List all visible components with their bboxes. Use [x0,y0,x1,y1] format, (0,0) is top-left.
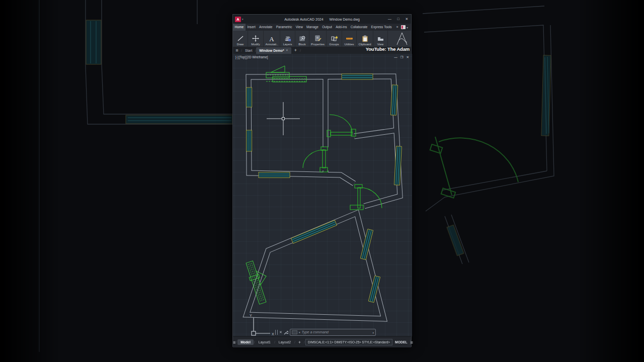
ribbon-panel-annotation[interactable]: A Annotati.. [264,31,280,47]
ribbon-tab-manage[interactable]: Manage [305,24,320,31]
ribbon-tab-insert[interactable]: Insert [246,24,258,31]
channel-watermark: YouTube: The Adam [366,46,410,52]
floor-plan-drawing: Y X [233,54,412,336]
selected-window-lower-left [245,258,274,305]
line-icon [237,35,244,42]
viewport-minimize-icon[interactable]: — [394,55,397,59]
command-bar-close-icon[interactable]: ✕ [279,330,282,334]
ribbon-tab-addins[interactable]: Add-ins [334,24,349,31]
tab-separator: / [294,340,295,344]
panel-label: Block [298,42,305,46]
command-options-caret-icon[interactable]: ▾ [299,331,300,334]
document-name: Window Demo.dwg [330,18,360,21]
ruler-icon [346,35,353,42]
autocad-a-logo-icon [394,31,411,47]
ucs-x-label: X [272,332,274,336]
tab-separator: / [300,47,301,54]
file-tab-start[interactable]: Start [242,47,255,54]
properties-icon [314,35,321,42]
view-icon [377,35,384,42]
tab-separator: / [254,340,255,344]
svg-text:A: A [269,35,274,42]
move-icon [252,35,259,42]
file-tab-label: Start [245,47,252,54]
ribbon-panel-properties[interactable]: Properties [309,31,327,47]
ribbon-tab-home[interactable]: Home [233,24,246,31]
model-tab[interactable]: Model [237,339,254,345]
status-bar: ≡ / Model / Layout1 / Layout2 / + / DIMS… [233,336,411,347]
crosshair-cursor [267,102,300,135]
autocad-window: A ▾ Autodesk AutoCAD 2024 Window Demo.dw… [232,14,412,347]
layout2-tab[interactable]: Layout2 [276,339,294,345]
workspace-icon[interactable] [401,25,406,29]
panel-label: Clipboard [358,42,371,46]
panel-label: Utilities [345,42,354,46]
viewport-controls: [-][Top][2D Wireframe] [235,55,269,59]
ucs-icon [252,318,270,335]
layers-icon [284,35,291,42]
block-icon [299,35,306,42]
text-a-icon: A [268,35,275,42]
command-history-caret-icon[interactable]: ▴ [372,331,374,334]
viewport-menu-control[interactable]: [-] [235,55,238,59]
panel-label: Draw [237,42,244,46]
title-bar: A ▾ Autodesk AutoCAD 2024 Window Demo.dw… [233,15,411,24]
command-placeholder: Type a command [301,330,371,334]
viewport-visual-style-control[interactable]: [2D Wireframe] [247,55,268,59]
viewport-restore-icon[interactable]: ❐ [400,55,404,59]
ribbon-panel-draw[interactable]: Draw [233,31,248,47]
viewport-view-control[interactable]: [Top] [239,55,246,59]
tab-separator: / [236,340,237,344]
ribbon-overflow-button[interactable]: » [394,24,400,31]
customization-menu-icon[interactable]: ≡ [410,340,413,345]
panel-label: Properties [311,42,325,46]
file-tab-label: Window Demo* [259,47,284,54]
ribbon-tab-view[interactable]: View [294,24,304,31]
ribbon-tab-express-tools[interactable]: Express Tools [369,24,393,31]
panel-label: Layers [283,42,292,46]
ribbon-panel-clipboard[interactable]: Clipboard [357,31,373,47]
file-tab-menu-icon[interactable]: ≡ [233,47,241,54]
command-bar-grip[interactable] [275,330,278,335]
ribbon-tab-bar: Home Insert Annotate Parametric View Man… [233,24,411,31]
ribbon-panel-utilities[interactable]: Utilities [342,31,357,47]
ribbon-tab-collaborate[interactable]: Collaborate [349,24,369,31]
ribbon-tab-annotate[interactable]: Annotate [257,24,274,31]
new-layout-button[interactable]: + [296,340,303,345]
window-title: Autodesk AutoCAD 2024 Window Demo.dwg [233,18,411,21]
model-space-toggle[interactable]: MODEL [392,339,410,345]
ribbon-panel-groups[interactable]: Groups [327,31,342,47]
status-menu-icon[interactable]: ≡ [233,340,235,345]
viewport-close-icon[interactable]: ✕ [407,55,409,59]
command-line-bar[interactable]: ✕ ▾ Type a command ▴ [275,328,376,336]
plan-doors [303,115,382,210]
layout1-tab[interactable]: Layout1 [256,339,274,345]
file-tab-close-icon[interactable]: ✕ [286,47,288,54]
panel-label: Groups [329,42,339,46]
groups-icon [331,35,338,42]
clipboard-icon [362,35,368,42]
command-prompt-icon [292,330,297,334]
panel-label: Annotati.. [266,42,278,46]
ribbon-tab-output[interactable]: Output [320,24,334,31]
ribbon-panel-row: Draw Modify A Annotati.. Layers [233,31,411,47]
panel-label: Modify [251,42,260,46]
tab-separator: / [304,340,305,344]
ribbon-panel-modify[interactable]: Modify [248,31,264,47]
customize-wrench-icon[interactable] [284,328,288,337]
video-frame: A ▾ Autodesk AutoCAD 2024 Window Demo.dw… [0,0,644,362]
ribbon-tab-parametric[interactable]: Parametric [274,24,294,31]
tab-separator: / [274,340,275,344]
ribbon-panel-layers[interactable]: Layers [280,31,295,47]
ribbon-panel-view[interactable]: View [373,31,388,47]
product-name: Autodesk AutoCAD 2024 [284,18,323,21]
ribbon-options-caret-icon[interactable]: ▾ [407,26,408,29]
command-input[interactable]: ▾ Type a command ▴ [290,329,376,336]
ribbon-panel-block[interactable]: Block [295,31,309,47]
panel-label: View [377,42,384,46]
annotation-scale-settings[interactable]: DIMSCALE:<1:1> DIMSTY:<ISO-25> STYLE:<St… [305,339,392,345]
ucs-y-label: Y [250,314,252,317]
drawing-canvas[interactable]: [-][Top][2D Wireframe] — ❐ ✕ [233,54,412,336]
file-tab-window-demo[interactable]: Window Demo* ✕ [256,47,291,54]
new-drawing-button[interactable]: + [291,47,300,54]
